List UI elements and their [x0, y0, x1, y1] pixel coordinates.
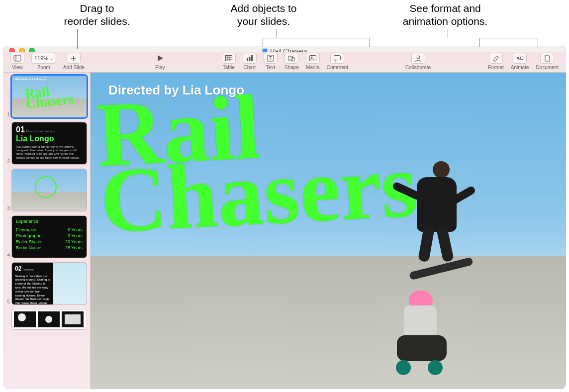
- svg-point-25: [520, 57, 523, 60]
- storyboard-icon: [12, 309, 87, 329]
- svg-point-22: [417, 56, 420, 59]
- thumbnail-6[interactable]: [12, 309, 87, 329]
- chart-button[interactable]: Chart: [240, 53, 259, 70]
- slide-thumbnail[interactable]: [3, 309, 87, 329]
- table-label: Table: [223, 65, 235, 70]
- thumb-title-graffiti: Rail Chasers: [12, 76, 87, 117]
- thumbnail-5[interactable]: 02 Treatment Skating is more than just c…: [12, 263, 87, 304]
- play-button[interactable]: Play: [151, 53, 170, 70]
- annotation-format: See format and animation options.: [383, 2, 507, 28]
- zoom-value: 119%: [34, 55, 48, 61]
- experience-rows: Filmmaker6 Years Photographer9 Years Rol…: [16, 227, 83, 251]
- media-label: Media: [306, 65, 319, 70]
- media-icon: [309, 55, 316, 61]
- callout-bracket: [538, 38, 538, 47]
- inspector-group: Format Animate Document: [485, 53, 561, 70]
- play-icon: [156, 54, 164, 62]
- slide-thumbnail[interactable]: 5 02 Treatment Skating is more than just…: [3, 263, 87, 304]
- svg-rect-21: [334, 55, 341, 60]
- slide-canvas[interactable]: Directed by Lia Longo Rail Chasers: [91, 73, 566, 389]
- plus-icon: [70, 55, 77, 62]
- slide-thumbnail[interactable]: 2 01 Director's Introduction Lia Longo I…: [3, 122, 87, 164]
- table-icon: [225, 55, 232, 61]
- media-button[interactable]: Media: [303, 53, 322, 70]
- svg-rect-13: [249, 57, 250, 61]
- callout-bracket: [479, 38, 479, 47]
- text-icon: T: [267, 55, 274, 62]
- keynote-window: Rail Chasers View 119%⌄ Zoom Add Slide P…: [3, 46, 566, 389]
- shape-button[interactable]: Shape: [282, 53, 301, 70]
- svg-rect-31: [65, 314, 81, 324]
- titlebar: Rail Chasers: [3, 46, 566, 52]
- roller-skater-figure: [382, 291, 457, 375]
- collaborate-button[interactable]: Collaborate: [403, 53, 433, 70]
- svg-marker-6: [158, 55, 163, 61]
- thumbnail-4[interactable]: Experience Filmmaker6 Years Photographer…: [12, 216, 87, 258]
- svg-point-29: [18, 313, 26, 321]
- brush-icon: [492, 55, 500, 62]
- svg-rect-14: [251, 55, 253, 61]
- animate-button[interactable]: Animate: [508, 53, 532, 70]
- slide-number: 3: [3, 205, 10, 211]
- callout-line: [277, 29, 277, 38]
- slide-thumbnail[interactable]: 3: [3, 169, 87, 211]
- animate-icon: [516, 55, 524, 62]
- svg-text:T: T: [269, 56, 272, 61]
- table-button[interactable]: Table: [219, 53, 238, 70]
- document-icon: [544, 55, 550, 62]
- svg-rect-7: [225, 56, 232, 61]
- callout-bracket: [263, 38, 263, 47]
- slide-number: 5: [3, 299, 10, 304]
- thumb-photo: [53, 263, 87, 304]
- slide-thumbnail[interactable]: 1 Directed by Lia Longo Rail Chasers: [3, 76, 87, 117]
- chart-label: Chart: [244, 65, 256, 70]
- document-button[interactable]: Document: [533, 53, 561, 70]
- svg-rect-12: [247, 58, 248, 61]
- skateboarder-figure: [397, 172, 481, 282]
- add-slide-label: Add Slide: [63, 65, 85, 70]
- play-label: Play: [155, 65, 165, 70]
- view-icon: [13, 55, 21, 62]
- thumbnail-1[interactable]: Directed by Lia Longo Rail Chasers: [12, 76, 87, 117]
- zoom-select[interactable]: 119%⌄ Zoom: [29, 53, 59, 70]
- help-annotations: Drag to reorder slides. Add objects to y…: [0, 0, 569, 46]
- zoom-label: Zoom: [37, 65, 50, 70]
- annotation-reorder: Drag to reorder slides.: [52, 2, 142, 28]
- chart-icon: [246, 55, 253, 61]
- comment-button[interactable]: Comment: [324, 53, 351, 70]
- toolbar: View 119%⌄ Zoom Add Slide Play Table: [3, 52, 566, 73]
- circle-annotation: [35, 176, 57, 198]
- thumb-body: Skating is more than just cruising aroun…: [15, 275, 50, 304]
- collaborate-icon: [414, 55, 422, 62]
- document-label: Document: [536, 65, 559, 70]
- animate-label: Animate: [511, 65, 529, 70]
- callout-bracket: [370, 38, 370, 47]
- add-slide-button[interactable]: Add Slide: [61, 53, 87, 70]
- callout-bracket: [263, 38, 370, 38]
- insert-group: Table Chart T Text Shape Media Comment: [219, 53, 351, 70]
- annotation-objects: Add objects to your slides.: [214, 2, 313, 28]
- svg-point-20: [311, 57, 312, 58]
- svg-point-18: [291, 57, 295, 61]
- shape-label: Shape: [284, 65, 299, 70]
- slide-thumbnail[interactable]: 4 Experience Filmmaker6 Years Photograph…: [3, 216, 87, 258]
- slide-number: 2: [3, 159, 10, 164]
- format-button[interactable]: Format: [485, 53, 506, 70]
- collaborate-label: Collaborate: [405, 65, 431, 70]
- view-label: View: [12, 65, 23, 70]
- comment-label: Comment: [327, 65, 348, 70]
- view-button[interactable]: View: [8, 53, 27, 70]
- format-label: Format: [488, 65, 504, 70]
- svg-rect-2: [14, 55, 21, 61]
- comment-icon: [334, 55, 341, 62]
- svg-rect-17: [288, 56, 292, 60]
- thumbnail-3[interactable]: [12, 169, 87, 211]
- callout-bracket: [479, 38, 538, 38]
- slide-navigator[interactable]: 1 Directed by Lia Longo Rail Chasers 2 0…: [3, 73, 91, 389]
- slide-number: 1: [3, 112, 10, 117]
- text-button[interactable]: T Text: [261, 53, 280, 70]
- svg-point-30: [45, 316, 52, 323]
- thumbnail-2[interactable]: 01 Director's Introduction Lia Longo It …: [12, 122, 87, 164]
- callout-line: [77, 29, 78, 49]
- callout-line: [448, 29, 448, 38]
